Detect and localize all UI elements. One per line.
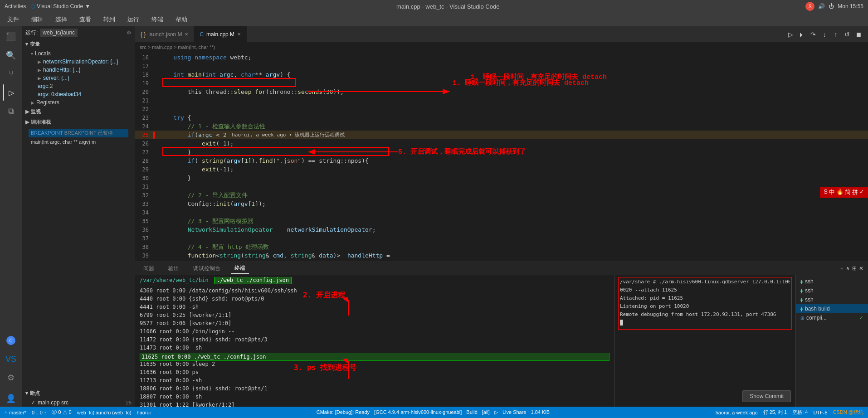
tab-main-cpp[interactable]: C main.cpp M ✕ bbox=[194, 26, 247, 42]
debug-stop-icon[interactable]: ⏹ bbox=[853, 29, 863, 39]
variables-section[interactable]: ▾ 变量 bbox=[22, 39, 135, 49]
menu-run[interactable]: 运行 bbox=[125, 15, 142, 24]
registers-item[interactable]: ▶ Registers bbox=[22, 98, 135, 107]
debug-play-btn[interactable]: ▷ bbox=[494, 409, 498, 415]
menu-edit[interactable]: 编辑 bbox=[29, 15, 46, 24]
panel-expand-icon[interactable]: ⊞ bbox=[852, 265, 857, 272]
code-line-31: 31 bbox=[135, 182, 868, 191]
ime-indicator[interactable]: S中🔥简拼✓ bbox=[820, 187, 868, 198]
code-editor[interactable]: 16 using namespace webtc; 17 18 int main… bbox=[135, 52, 868, 262]
handle-http-item[interactable]: ▶ handleHttp: {...} bbox=[22, 66, 135, 74]
debug-stepout-icon[interactable]: ↑ bbox=[831, 29, 841, 39]
csdn-watermark: CSDN @绕坑 bbox=[833, 409, 863, 416]
settings-icon[interactable]: ⚙ bbox=[127, 29, 132, 36]
indent-spaces: 空格: 4 bbox=[792, 409, 808, 416]
debug-pause-icon[interactable]: ⏵ bbox=[797, 29, 807, 39]
code-line-37: 37 bbox=[135, 234, 868, 243]
monitor-section[interactable]: ▶ 监视 bbox=[22, 107, 135, 117]
panel-add-icon[interactable]: + bbox=[840, 265, 844, 272]
account-icon[interactable]: 👤 bbox=[3, 390, 19, 407]
git-branch[interactable]: ⑂ master* bbox=[5, 410, 26, 415]
live-share-btn[interactable]: Live Share bbox=[502, 409, 527, 415]
gdb-output-box: /var/share # ./arm-hisiv600-linux-gdbser… bbox=[618, 277, 792, 330]
panel-tab-problems[interactable]: 问题 bbox=[140, 263, 158, 274]
code-line-36: 36 NetworkSimulationOpeator networkSimul… bbox=[135, 225, 868, 234]
highlighted-process: 11625 root 0:00 ./web_tc ./config.json bbox=[140, 353, 610, 361]
run-config-select[interactable]: web_tc(launc bbox=[40, 29, 78, 37]
panel-tab-output[interactable]: 输出 bbox=[165, 263, 183, 274]
activities-label[interactable]: Activities bbox=[5, 3, 26, 10]
terminal-main[interactable]: /var/share/web_tc/bin ./web_tc ./config.… bbox=[135, 275, 614, 407]
menu-view[interactable]: 查看 bbox=[77, 15, 94, 24]
power-icon[interactable]: ⏻ bbox=[829, 3, 834, 10]
menu-bar: 文件 编辑 选择 查看 转到 运行 终端 帮助 bbox=[0, 13, 868, 26]
cmake-status: CMake: [Debug]: Ready bbox=[317, 409, 370, 415]
panel-tab-terminal[interactable]: 终端 bbox=[231, 263, 249, 274]
code-line-26: 26 exit(-1); bbox=[135, 139, 868, 148]
code-line-23: 23 try { bbox=[135, 113, 868, 122]
server-item[interactable]: ▶ server: {...} bbox=[22, 74, 135, 82]
tabs-bar: { } launch.json M ✕ C main.cpp M ✕ ▷ ⏵ ↷… bbox=[135, 26, 868, 42]
app-name[interactable]: ⬡ Visual Studio Code ▼ bbox=[30, 3, 90, 10]
code-line-18: 18 int main(int argc, char** argv) { bbox=[135, 70, 868, 79]
explorer-icon[interactable]: ⬛ bbox=[3, 29, 19, 45]
title-bar: Activities ⬡ Visual Studio Code ▼ main.c… bbox=[0, 0, 868, 13]
activity-bar: ⬛ 🔍 ⑂ ▷ ⧉ C VS ⚙ 👤 bbox=[0, 26, 22, 407]
code-line-19: 19 bbox=[135, 79, 868, 87]
terminal-ssh-3[interactable]: ⧫ ssh bbox=[796, 295, 868, 304]
locals-item[interactable]: ▾ Locals bbox=[22, 49, 135, 58]
call-stack-item[interactable]: BREAKPOINT BREAKPOINT 已暂停 bbox=[29, 129, 128, 137]
status-bar-center: CMake: [Debug]: Ready [GCC 4.9.4 arm-his… bbox=[317, 409, 550, 415]
debug-restart-icon[interactable]: ↺ bbox=[842, 29, 852, 39]
search-icon[interactable]: 🔍 bbox=[3, 47, 19, 63]
menu-select[interactable]: 选择 bbox=[53, 15, 70, 24]
terminal-gdb[interactable]: /var/share # ./arm-hisiv600-linux-gdbser… bbox=[614, 275, 795, 407]
close-tab-launch[interactable]: ✕ bbox=[185, 32, 188, 37]
debug-stepover-icon[interactable]: ↷ bbox=[808, 29, 818, 39]
tab-launch-json[interactable]: { } launch.json M ✕ bbox=[135, 26, 194, 42]
build-all: [all] bbox=[482, 409, 490, 415]
code-line-21: 21 bbox=[135, 96, 868, 105]
panel-tab-debug-console[interactable]: 调试控制台 bbox=[190, 263, 224, 274]
code-line-27: 27 } bbox=[135, 148, 868, 156]
breadcrumb-path: src > main.cpp > main(int, char **) bbox=[140, 44, 215, 50]
code-line-39: 39 function<string(string& cmd, string& … bbox=[135, 251, 868, 260]
chrome-icon[interactable]: C bbox=[3, 332, 19, 349]
terminal-bash-build[interactable]: ⧫ bash build bbox=[796, 304, 868, 313]
breakpoints-section[interactable]: ▾ 断点 bbox=[22, 388, 135, 399]
terminal-compli[interactable]: ⊞ compli... ✓ bbox=[796, 313, 868, 322]
code-line-38: 38 // 4 - 配置 http 处理函数 bbox=[135, 243, 868, 251]
vscode-icon[interactable]: VS bbox=[3, 351, 19, 367]
menu-help[interactable]: 帮助 bbox=[173, 15, 190, 24]
network-sim-item[interactable]: ▶ networkSimulationOpeator: {...} bbox=[22, 58, 135, 66]
menu-goto[interactable]: 转到 bbox=[101, 15, 118, 24]
argv-item: argv: 0xbeabad34 bbox=[22, 90, 135, 98]
breakpoint-main[interactable]: ✓ main.cpp src 25 bbox=[22, 399, 135, 407]
debug-continue-icon[interactable]: ▷ bbox=[785, 29, 795, 39]
callstack-section[interactable]: ▶ 调用堆栈 bbox=[22, 117, 135, 127]
menu-file[interactable]: 文件 bbox=[5, 15, 22, 24]
sidebar: 运行: web_tc(launc ⚙ ▾ 变量 ▾ Locals ▶ netwo… bbox=[22, 26, 135, 407]
code-line-32: 32 // 2 - 导入配置文件 bbox=[135, 191, 868, 199]
debug-stepinto-icon[interactable]: ↓ bbox=[819, 29, 829, 39]
extensions-icon[interactable]: ⧉ bbox=[3, 103, 19, 119]
terminal-ssh-1[interactable]: ⧫ ssh bbox=[796, 277, 868, 286]
show-commit-button[interactable]: Show Commit bbox=[742, 390, 791, 402]
run-config-status[interactable]: web_tc(launch) (web_tc) bbox=[77, 410, 132, 415]
terminal-list: ⧫ ssh ⧫ ssh ⧫ ssh ⧫ bash build bbox=[795, 275, 868, 407]
menu-terminal[interactable]: 终端 bbox=[149, 15, 166, 24]
build-btn[interactable]: Build bbox=[466, 409, 477, 415]
panel-close-icon[interactable]: ✕ bbox=[859, 265, 863, 272]
error-status[interactable]: ⓪ 0 △ 0 bbox=[52, 409, 71, 416]
bottom-panel: 问题 输出 调试控制台 终端 + ∧ ⊞ ✕ /var/share/web_tc… bbox=[135, 262, 868, 407]
terminal-ssh-2[interactable]: ⧫ ssh bbox=[796, 286, 868, 295]
volume-icon[interactable]: 🔊 bbox=[818, 3, 825, 10]
close-tab-main[interactable]: ✕ bbox=[237, 32, 241, 37]
argc-item: argc: 2 bbox=[22, 82, 135, 90]
debug-icon[interactable]: ▷ bbox=[3, 84, 19, 101]
time-display: Mon 15:55 bbox=[838, 3, 863, 10]
sync-status[interactable]: 0 ↓ 0 ↑ bbox=[32, 410, 46, 415]
source-control-icon[interactable]: ⑂ bbox=[3, 66, 19, 82]
panel-collapse-icon[interactable]: ∧ bbox=[846, 265, 850, 272]
settings-bottom-icon[interactable]: ⚙ bbox=[3, 369, 19, 386]
